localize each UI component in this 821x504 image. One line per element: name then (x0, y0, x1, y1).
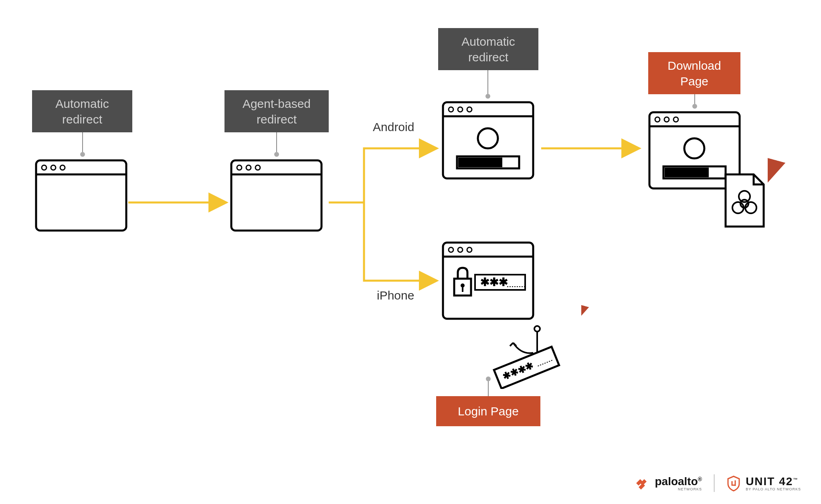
svg-point-45 (534, 326, 540, 332)
label-download-page: Download Page (648, 52, 740, 94)
paloalto-subtext: NETWORKS (655, 487, 702, 491)
paloalto-logo: paloalto® NETWORKS (633, 475, 702, 491)
browser-window-android (441, 100, 535, 182)
unit42-logo: UNIT 42™ BY PALO ALTO NETWORKS (726, 475, 801, 492)
pin-5 (488, 379, 489, 396)
pin-2 (276, 132, 277, 154)
browser-window-login: ✱✱✱ ✱✱✱✱ (441, 241, 581, 391)
browser-window-2 (229, 158, 324, 234)
browser-window-download (647, 110, 768, 232)
label-auto-redirect-1: Automatic redirect (32, 90, 132, 132)
unit42-mark-icon (726, 475, 741, 492)
svg-rect-8 (231, 160, 322, 231)
pin-4 (694, 94, 695, 106)
label-agent-redirect: Agent-based redirect (224, 90, 329, 132)
path-label-android: Android (373, 120, 414, 134)
pin-1 (82, 132, 83, 154)
path-label-iphone: iPhone (377, 289, 414, 302)
paloalto-text: paloalto (655, 475, 698, 488)
svg-rect-28 (665, 168, 709, 177)
logo-divider (714, 474, 714, 492)
svg-text:✱✱✱: ✱✱✱ (480, 276, 508, 288)
svg-rect-20 (458, 158, 502, 167)
unit42-text: UNIT 42 (746, 475, 793, 488)
footer-logos: paloalto® NETWORKS UNIT 42™ BY PALO ALTO… (633, 474, 801, 492)
label-auto-redirect-2: Automatic redirect (438, 28, 538, 70)
label-login-page: Login Page (436, 396, 540, 426)
paloalto-mark-icon (633, 476, 650, 490)
browser-window-1 (34, 158, 128, 234)
svg-rect-3 (36, 160, 126, 231)
pin-3 (487, 70, 488, 96)
unit42-subtext: BY PALO ALTO NETWORKS (746, 487, 801, 491)
flow-diagram: Automatic redirect Agent-based redirect … (0, 0, 821, 504)
